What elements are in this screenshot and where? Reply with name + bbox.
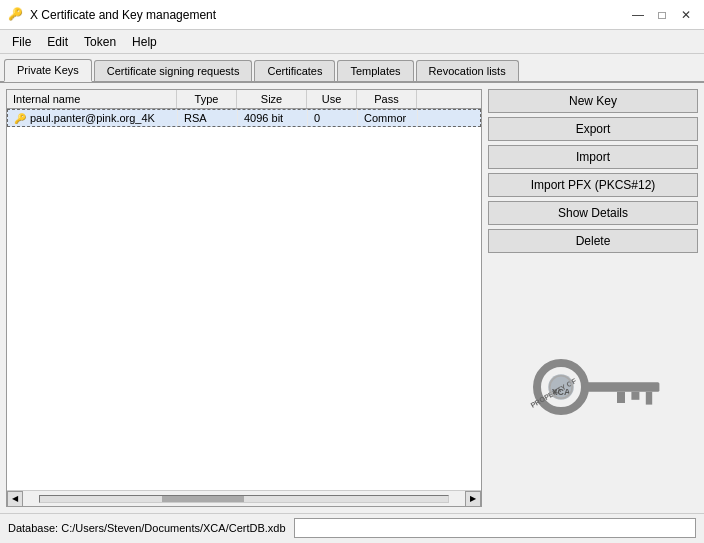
key-illustration: PROPERTY OF XCA	[513, 342, 673, 432]
row-key-icon: 🔑	[14, 113, 26, 124]
export-button[interactable]: Export	[488, 117, 698, 141]
minimize-button[interactable]: —	[628, 5, 648, 25]
col-header-use: Use	[307, 90, 357, 108]
tab-private-keys[interactable]: Private Keys	[4, 59, 92, 82]
scrollbar-thumb[interactable]	[162, 496, 244, 502]
scroll-left-arrow[interactable]: ◀	[7, 491, 23, 507]
menu-bar: File Edit Token Help	[0, 30, 704, 54]
col-header-size: Size	[237, 90, 307, 108]
table-row[interactable]: 🔑 paul.panter@pink.org_4K RSA 4096 bit 0…	[7, 109, 481, 127]
window-controls: — □ ✕	[628, 5, 696, 25]
status-bar: Database: C:/Users/Steven/Documents/XCA/…	[0, 513, 704, 541]
table-body: 🔑 paul.panter@pink.org_4K RSA 4096 bit 0…	[7, 109, 481, 490]
show-details-button[interactable]: Show Details	[488, 201, 698, 225]
table-header: Internal name Type Size Use Pass	[7, 90, 481, 109]
cell-use: 0	[308, 110, 358, 126]
cell-size: 4096 bit	[238, 110, 308, 126]
col-header-name: Internal name	[7, 90, 177, 108]
scrollbar-track[interactable]	[39, 495, 449, 503]
cell-pass: Commor	[358, 110, 418, 126]
status-input[interactable]	[294, 518, 696, 538]
database-label: Database: C:/Users/Steven/Documents/XCA/…	[8, 522, 286, 534]
content-area: Internal name Type Size Use Pass 🔑 paul.…	[0, 83, 704, 513]
menu-edit[interactable]: Edit	[39, 33, 76, 51]
delete-button[interactable]: Delete	[488, 229, 698, 253]
cell-type: RSA	[178, 110, 238, 126]
import-pfx-button[interactable]: Import PFX (PKCS#12)	[488, 173, 698, 197]
new-key-button[interactable]: New Key	[488, 89, 698, 113]
scroll-right-arrow[interactable]: ▶	[465, 491, 481, 507]
title-bar: 🔑 X Certificate and Key management — □ ✕	[0, 0, 704, 30]
svg-rect-4	[631, 392, 639, 400]
svg-rect-5	[646, 392, 652, 405]
maximize-button[interactable]: □	[652, 5, 672, 25]
close-button[interactable]: ✕	[676, 5, 696, 25]
svg-rect-2	[583, 382, 659, 392]
horizontal-scrollbar[interactable]: ◀ ▶	[7, 490, 481, 506]
tab-templates[interactable]: Templates	[337, 60, 413, 81]
col-header-type: Type	[177, 90, 237, 108]
right-panel: New Key Export Import Import PFX (PKCS#1…	[488, 89, 698, 507]
tab-csr[interactable]: Certificate signing requests	[94, 60, 253, 81]
menu-file[interactable]: File	[4, 33, 39, 51]
col-header-pass: Pass	[357, 90, 417, 108]
app-title: X Certificate and Key management	[30, 8, 216, 22]
table-area: Internal name Type Size Use Pass 🔑 paul.…	[6, 89, 482, 507]
menu-help[interactable]: Help	[124, 33, 165, 51]
cell-name: 🔑 paul.panter@pink.org_4K	[8, 110, 178, 126]
tab-revocation-lists[interactable]: Revocation lists	[416, 60, 519, 81]
key-image-area: PROPERTY OF XCA	[488, 267, 698, 507]
menu-token[interactable]: Token	[76, 33, 124, 51]
app-icon: 🔑	[8, 7, 24, 23]
tabs-container: Private Keys Certificate signing request…	[0, 54, 704, 83]
svg-rect-3	[617, 392, 625, 403]
import-button[interactable]: Import	[488, 145, 698, 169]
tab-certificates[interactable]: Certificates	[254, 60, 335, 81]
